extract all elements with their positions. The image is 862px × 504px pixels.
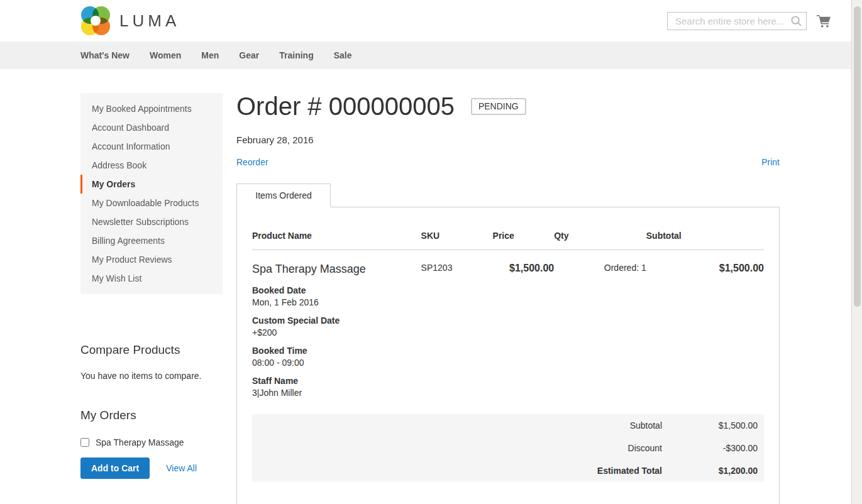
- reorder-link[interactable]: Reorder: [236, 157, 268, 167]
- sidebar-item-my-wish-list[interactable]: My Wish List: [80, 269, 223, 288]
- sidebar: My Booked Appointments Account Dashboard…: [80, 93, 223, 504]
- total-label: Subtotal: [252, 414, 668, 437]
- nav-item-whats-new[interactable]: What's New: [80, 50, 130, 60]
- option-label: Booked Time: [252, 346, 421, 356]
- option-value: 08:00 - 09:00: [252, 358, 421, 368]
- sidebar-item-my-orders[interactable]: My Orders: [80, 175, 223, 194]
- nav-item-sale[interactable]: Sale: [334, 50, 352, 60]
- main-content: Order # 000000005 PENDING February 28, 2…: [236, 93, 780, 504]
- product-name: Spa Therapy Massage: [252, 263, 421, 276]
- page: LUMA: [0, 0, 851, 504]
- scrollbar-thumb[interactable]: [854, 6, 861, 307]
- sidebar-item-address-book[interactable]: Address Book: [80, 156, 223, 175]
- header: LUMA: [0, 0, 851, 41]
- total-row-subtotal: Subtotal $1,500.00: [252, 414, 764, 437]
- col-header-subtotal: Subtotal: [646, 223, 764, 250]
- order-totals: Subtotal $1,500.00 Discount -$300.00 Est…: [252, 414, 764, 482]
- my-orders-widget-title: My Orders: [80, 408, 223, 422]
- option-value: 3|John Miller: [252, 388, 421, 398]
- total-row-discount: Discount -$300.00: [252, 437, 764, 459]
- total-row-estimated-total: Estimated Total $1,200.00: [252, 459, 764, 482]
- sidebar-item-newsletter-subscriptions[interactable]: Newsletter Subscriptions: [80, 212, 223, 231]
- nav-item-men[interactable]: Men: [201, 50, 219, 60]
- total-label: Discount: [252, 437, 668, 459]
- order-date: February 28, 2016: [236, 134, 780, 145]
- tab-items-ordered[interactable]: Items Ordered: [236, 184, 331, 207]
- compare-products-title: Compare Products: [80, 343, 223, 357]
- col-header-qty: Qty: [554, 223, 646, 250]
- logo-text: LUMA: [119, 11, 180, 31]
- order-status-badge: PENDING: [471, 98, 526, 115]
- sidebar-item-billing-agreements[interactable]: Billing Agreements: [80, 231, 223, 250]
- total-value: $1,500.00: [668, 414, 764, 437]
- search-box: [667, 12, 807, 30]
- print-link[interactable]: Print: [761, 157, 780, 167]
- col-header-sku: SKU: [421, 223, 493, 250]
- total-label: Estimated Total: [252, 459, 668, 482]
- col-header-price: Price: [493, 223, 555, 250]
- items-ordered-panel: Product Name SKU Price Qty Subtotal Spa …: [236, 207, 780, 504]
- sidebar-item-my-booked-appointments[interactable]: My Booked Appointments: [80, 99, 223, 118]
- option-value: Mon, 1 Feb 2016: [252, 297, 421, 307]
- main-nav: What's New Women Men Gear Training Sale: [0, 41, 851, 69]
- table-row: Spa Therapy Massage Booked Date Mon, 1 F…: [252, 250, 764, 398]
- sidebar-item-account-information[interactable]: Account Information: [80, 137, 223, 156]
- sidebar-item-account-dashboard[interactable]: Account Dashboard: [80, 118, 223, 137]
- option-label: Staff Name: [252, 376, 421, 386]
- sidebar-item-my-downloadable-products[interactable]: My Downloadable Products: [80, 194, 223, 212]
- option-label: Booked Date: [252, 285, 421, 295]
- account-navigation: My Booked Appointments Account Dashboard…: [80, 93, 223, 294]
- sidebar-item-my-product-reviews[interactable]: My Product Reviews: [80, 250, 223, 269]
- item-qty: Ordered: 1: [554, 250, 646, 398]
- view-all-link[interactable]: View All: [166, 463, 197, 473]
- nav-item-training[interactable]: Training: [279, 50, 313, 60]
- total-value: -$300.00: [668, 437, 764, 459]
- store-logo[interactable]: LUMA: [80, 6, 180, 36]
- option-value: +$200: [252, 327, 421, 337]
- page-title: Order # 000000005: [236, 93, 455, 119]
- add-to-cart-button[interactable]: Add to Cart: [80, 457, 150, 479]
- option-label: Custom Special Date: [252, 315, 421, 326]
- search-input[interactable]: [667, 12, 807, 30]
- widget-order-item: Spa Therapy Massage: [80, 437, 223, 447]
- total-value: $1,200.00: [668, 459, 764, 482]
- item-price: $1,500.00: [509, 263, 554, 273]
- order-item-label: Spa Therapy Massage: [96, 437, 184, 447]
- col-header-product-name: Product Name: [252, 223, 421, 250]
- item-sku: SP1203: [421, 250, 493, 398]
- cart-icon[interactable]: [817, 14, 831, 28]
- vertical-scrollbar[interactable]: [851, 0, 862, 504]
- item-options: Booked Date Mon, 1 Feb 2016 Custom Speci…: [252, 285, 421, 398]
- luma-logo-icon: [80, 6, 111, 36]
- item-subtotal: $1,500.00: [719, 263, 764, 273]
- compare-empty-text: You have no items to compare.: [80, 371, 223, 381]
- order-items-table: Product Name SKU Price Qty Subtotal Spa …: [252, 223, 764, 398]
- order-item-checkbox[interactable]: [80, 438, 89, 447]
- nav-item-gear[interactable]: Gear: [239, 50, 259, 60]
- search-icon[interactable]: [790, 15, 802, 29]
- nav-item-women[interactable]: Women: [150, 50, 181, 60]
